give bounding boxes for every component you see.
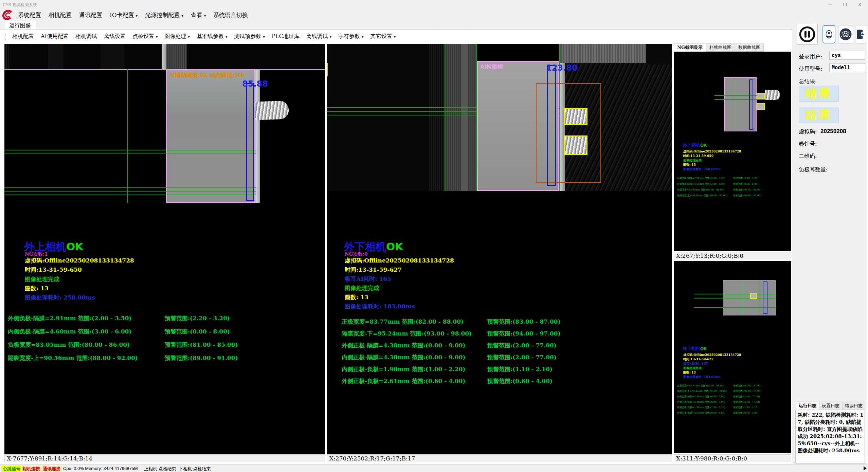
ng-preview-bottom[interactable]: 外下相机OK 虚拟码:Offline20250208133134728 时间:1…	[674, 261, 791, 453]
toolbar-plc-address[interactable]: PLC地址库	[268, 33, 303, 40]
separator-film-image: AI辅助阈值:93, 动态阈值:100	[166, 69, 255, 203]
camera-view-outer-bottom[interactable]: AI检测框 123.80 外下相机OK NG次数:0 虚拟码:Offline20…	[327, 44, 672, 454]
time-text: 时间:13-31-59-650	[25, 266, 82, 274]
toolbar-image-process[interactable]: 图像处理	[161, 33, 193, 40]
title-bar: CYS-视觉检测系统 ─ ☐ ✕	[0, 0, 868, 9]
measurement-text: 内侧负极-隔膜=4.60mm 范围:(3.00 - 6.00)	[8, 328, 132, 335]
user-button[interactable]	[822, 25, 835, 43]
measurement-text: 外侧负极-隔膜=2.91mm 范围:(2.00 - 3.50)	[8, 314, 132, 322]
toolbar-drag-handle-icon[interactable]	[5, 33, 6, 40]
mini-info-row: 图像处理耗时: 183.00ms	[683, 375, 721, 379]
process-done-text: 图像处理完成	[345, 284, 379, 292]
toolbar-test-item-params[interactable]: 测试项参数	[231, 33, 268, 40]
mini-info-row: 圈数: 13	[683, 370, 696, 375]
minimize-icon[interactable]: ─	[822, 0, 837, 9]
result-box-1: 结果	[799, 86, 839, 102]
toolbar-spot-check[interactable]: 点检设置	[129, 33, 161, 40]
process-done-text: 图像处理完成	[25, 275, 59, 283]
sidebar-scrollbar-track[interactable]	[866, 30, 868, 464]
menu-item-io-card-config[interactable]: IO卡配置	[106, 11, 141, 19]
measurement-warn: 预警范围:(81.00 - 85.00)	[165, 341, 238, 349]
app-window: CYS-视觉检测系统 ─ ☐ ✕ 系统配置 相机配置 通讯配置 IO卡配置 光源…	[0, 0, 868, 472]
baseline-yellow-line	[4, 69, 325, 70]
mini-ok-status: OK	[700, 143, 707, 148]
mini-camera-name: 外上相机	[683, 143, 700, 148]
measurement-row: 内侧正极-隔膜=4.38mm 范围:(0.00 - 9.00) 预警范围:(2.…	[327, 353, 672, 360]
mini-measure: 预警范围:(83.00 - 87.00)	[733, 384, 761, 387]
menu-item-comm-config[interactable]: 通讯配置	[75, 11, 106, 19]
total-result-label: 总结果:	[799, 78, 817, 85]
texture-stripe	[429, 44, 445, 191]
qr-code-label: 二维码:	[799, 153, 817, 160]
toolbar-offline-setting[interactable]: 离线设置	[101, 33, 129, 40]
mini-info-row: 图像处理完成	[683, 366, 702, 370]
tab-detect-box	[564, 108, 587, 125]
close-icon[interactable]: ✕	[852, 0, 867, 9]
mini-info-row: 极耳AI耗时: 165	[683, 362, 708, 366]
film-edge-strip	[255, 70, 260, 203]
green-vertical-guide	[445, 44, 445, 191]
toolbar-offline-debug[interactable]: 离线调试	[303, 33, 335, 40]
tab-data-curve[interactable]: 数据曲线图	[735, 43, 764, 52]
loop-count-text: 圈数: 13	[25, 285, 49, 292]
measurement-row: 外侧负极-隔膜=2.91mm 范围:(2.00 - 3.50) 预警范围:(2.…	[4, 314, 325, 321]
measurement-text: 隔膜宽度-上=90.56mm 范围:(88.00 - 92.00)	[8, 354, 138, 362]
tab-material-curve[interactable]: 料线曲线图	[706, 43, 735, 52]
measurement-warn: 预警范围:(2.00 - 77.00)	[487, 353, 557, 361]
mini-measure: 内侧正极-隔膜=4.38mm 范围:(0.00 - 9.00)	[677, 400, 725, 404]
mini-measure: 预警范围:(2.00 - 77.00)	[733, 395, 760, 398]
mini-info-row: 图像处理耗时: 258.00ms	[683, 167, 721, 171]
mini-measure: 负极宽度=83.05mm 范围:(80.00 - 86.00)	[677, 188, 724, 192]
tab-error-log[interactable]: 错误日志	[842, 402, 865, 410]
top-camera-check-status: 上相机:点检结束	[143, 466, 178, 472]
toolbar-ai-use-config[interactable]: AI使用配置	[37, 33, 72, 40]
user-group-button[interactable]	[838, 25, 853, 43]
toolbar-camera-debug[interactable]: 相机调试	[72, 33, 101, 40]
mini-blue-rect	[749, 79, 753, 130]
virtual-code-value: 20250208	[820, 128, 846, 135]
process-time-text: 图像处理耗时: 183.00ms	[345, 303, 415, 310]
toolbar-other-settings[interactable]: 其它设置	[367, 33, 399, 40]
mini-measure: 内侧负极-隔膜=4.60mm 范围:(3.00 - 6.00)	[677, 182, 725, 186]
tab-run-log[interactable]: 运行日志	[796, 402, 819, 410]
menu-item-system-config[interactable]: 系统配置	[14, 11, 45, 19]
preview-tab-bar: NG截图显示 料线曲线图 数据曲线图	[674, 43, 791, 52]
mini-tab-box	[757, 93, 765, 99]
log-scrollbar[interactable]	[865, 411, 865, 462]
menu-item-camera-config[interactable]: 相机配置	[45, 11, 75, 19]
login-user-input[interactable]	[829, 51, 865, 60]
user-group-icon	[838, 27, 853, 41]
measurement-row: 外侧正极-隔膜=4.38mm 范围:(0.00 - 9.00) 预警范围:(2.…	[327, 342, 672, 348]
mini-tab-box	[757, 103, 765, 110]
toolbar-char-params[interactable]: 字符参数	[335, 33, 367, 40]
mini-measure: 正极宽度=83.77mm 范围:(82.00 - 88.00)	[677, 384, 724, 387]
model-input[interactable]	[829, 63, 865, 72]
top-preview-status-bar: X:267;Y:13;R:0;G:0;B:0	[674, 252, 791, 259]
menu-item-light-control-config[interactable]: 光源控制配置	[141, 11, 187, 19]
toolbar-camera-config[interactable]: 相机配置	[9, 33, 37, 40]
tab-run-image[interactable]: 运行图像	[4, 21, 36, 30]
pause-button[interactable]	[797, 24, 818, 45]
mini-info-row: 虚拟码:Offline20250208133134728	[683, 353, 741, 357]
mini-blue-rect	[763, 282, 767, 314]
ai-detect-box-label: AI检测框	[480, 63, 503, 71]
maximize-icon[interactable]: ☐	[837, 0, 852, 9]
ng-preview-top[interactable]: 外上相机OK 虚拟码:Offline20250208133134728 时间:1…	[674, 52, 791, 251]
tab-detect-box	[564, 135, 587, 155]
toolbar-baseline-params[interactable]: 基准线参数	[193, 33, 231, 40]
menu-item-language-switch[interactable]: 系统语言切换	[210, 11, 252, 19]
scroll-arrow-icon[interactable]	[864, 466, 867, 470]
texture-band	[327, 44, 445, 191]
tab-settings-log[interactable]: 设置日志	[819, 402, 842, 410]
tab-ng-screenshot[interactable]: NG截图显示	[674, 43, 706, 52]
log-tab-bar: 运行日志 设置日志 错误日志	[796, 402, 865, 410]
measurement-warn: 预警范围:(0.60 - 4.00)	[487, 377, 553, 385]
measurement-warn: 预警范围:(94.00 - 97.00)	[487, 330, 561, 338]
mini-info-row: 时间:13-31-59-650	[683, 154, 713, 158]
menu-item-view[interactable]: 查看	[187, 11, 210, 19]
result-box-2: 结果	[799, 107, 839, 123]
exit-door-icon	[855, 27, 867, 42]
user-icon	[824, 26, 834, 42]
middle-panel-status-bar: X:270;Y:2502;R:17;G:17;B:17	[327, 454, 672, 462]
camera-view-outer-top[interactable]: AI辅助阈值:93, 动态阈值:100 85.88 外上相机OK NG次数:1 …	[4, 44, 325, 454]
